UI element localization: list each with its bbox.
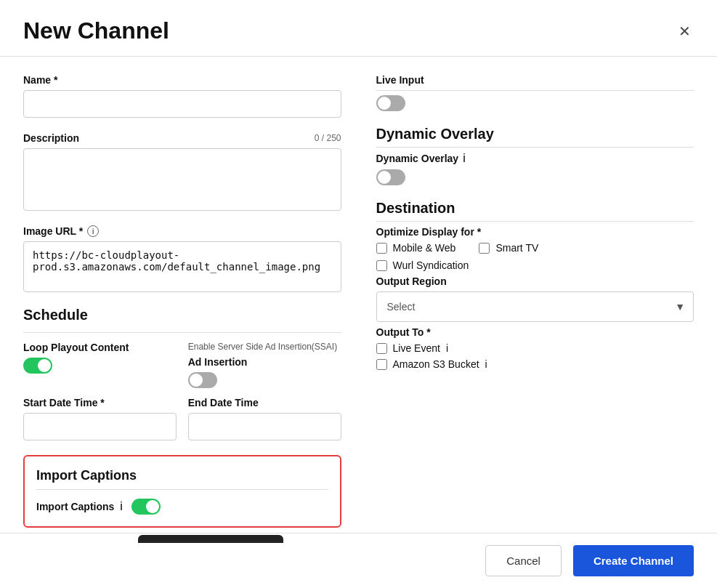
amazon-s3-info-icon[interactable]: i <box>485 358 487 370</box>
optimize-label: Optimize Display for * <box>376 226 694 238</box>
loop-playout-toggle-group: Loop Playout Content <box>23 342 177 388</box>
ad-insertion-label: Ad Insertion <box>188 356 341 368</box>
modal-header: New Channel ✕ <box>0 0 717 57</box>
image-url-info-icon[interactable]: i <box>87 225 99 237</box>
date-row: Start Date Time * End Date Time <box>23 397 341 440</box>
live-event-checkbox[interactable] <box>376 343 387 354</box>
char-count: 0 / 250 <box>315 133 341 143</box>
description-input[interactable] <box>23 148 341 211</box>
image-url-field-group: Image URL * i https://bc-cloudplayout-pr… <box>23 225 341 292</box>
name-label: Name * <box>23 74 341 86</box>
image-url-label: Image URL * i <box>23 225 341 237</box>
destination-title: Destination <box>376 200 694 217</box>
dynamic-overlay-info-icon[interactable]: i <box>463 152 466 165</box>
output-to-label: Output To * <box>376 326 694 338</box>
modal: New Channel ✕ Name * Description 0 / 250 <box>0 0 717 588</box>
mobile-web-checkbox-row[interactable]: Mobile & Web <box>376 242 456 254</box>
import-captions-label: Import Captions <box>36 501 114 512</box>
modal-footer: Cancel Create Channel <box>0 533 717 588</box>
schedule-title: Schedule <box>23 307 341 323</box>
import-captions-title: Import Captions <box>36 468 328 483</box>
schedule-divider <box>23 332 341 333</box>
start-date-label: Start Date Time * <box>23 397 177 408</box>
smart-tv-checkbox[interactable] <box>479 243 490 254</box>
wurl-checkbox[interactable] <box>376 260 387 271</box>
amazon-s3-checkbox-row[interactable]: Amazon S3 Bucket i <box>376 358 694 370</box>
dynamic-overlay-label: Dynamic Overlay <box>376 153 459 164</box>
description-label: Description <box>23 132 79 144</box>
loop-playout-toggle[interactable] <box>23 358 52 374</box>
output-to-group: Output To * Live Event i Amazon S3 Bucke… <box>376 326 694 370</box>
mobile-web-checkbox[interactable] <box>376 243 387 254</box>
schedule-section: Schedule Loop Playout Content <box>23 307 341 440</box>
create-channel-button[interactable]: Create Channel <box>573 545 694 576</box>
destination-divider <box>376 221 694 222</box>
dynamic-overlay-divider <box>376 147 694 148</box>
smart-tv-label: Smart TV <box>495 242 538 254</box>
import-captions-box: Import Captions Import Captions i Enable… <box>23 455 341 528</box>
amazon-s3-label: Amazon S3 Bucket <box>393 358 479 370</box>
smart-tv-checkbox-row[interactable]: Smart TV <box>479 242 538 254</box>
image-url-input[interactable]: https://bc-cloudplayout-prod.s3.amazonaw… <box>23 241 341 292</box>
live-input-toggle[interactable] <box>376 95 405 111</box>
end-date-input[interactable] <box>188 413 341 440</box>
import-captions-tooltip: Enable this to import closed captions fr… <box>138 535 283 543</box>
name-input[interactable] <box>23 90 341 118</box>
mobile-web-label: Mobile & Web <box>393 242 456 254</box>
modal-overlay: New Channel ✕ Name * Description 0 / 250 <box>0 0 717 588</box>
optimize-display-group: Optimize Display for * Mobile & Web Smar… <box>376 226 694 271</box>
close-button[interactable]: ✕ <box>676 20 694 43</box>
live-event-info-icon[interactable]: i <box>446 342 448 354</box>
dynamic-overlay-toggle[interactable] <box>376 169 405 185</box>
end-date-label: End Date Time <box>188 397 341 408</box>
dynamic-overlay-title: Dynamic Overlay <box>376 126 694 142</box>
ad-insertion-toggle[interactable] <box>188 372 217 388</box>
page-title: New Channel <box>23 17 169 44</box>
live-input-label: Live Input <box>376 74 694 86</box>
name-field-group: Name * <box>23 74 341 118</box>
start-date-group: Start Date Time * <box>23 397 177 440</box>
import-captions-toggle[interactable] <box>131 499 161 515</box>
live-input-section: Live Input <box>376 74 694 111</box>
schedule-toggles-row: Loop Playout Content Enable Server Side … <box>23 342 341 388</box>
live-input-divider <box>376 90 694 91</box>
wurl-label: Wurl Syndication <box>393 259 469 271</box>
output-region-select[interactable]: Select <box>376 291 694 322</box>
wurl-checkbox-row[interactable]: Wurl Syndication <box>376 259 694 271</box>
live-event-label: Live Event <box>393 342 440 354</box>
description-field-group: Description 0 / 250 <box>23 132 341 211</box>
amazon-s3-checkbox[interactable] <box>376 359 387 370</box>
ad-insertion-toggle-group: Enable Server Side Ad Insertion(SSAI) Ad… <box>188 342 341 388</box>
import-captions-row: Import Captions i Enable this to import … <box>36 499 328 515</box>
import-captions-divider <box>36 489 328 490</box>
cancel-button[interactable]: Cancel <box>485 545 562 576</box>
output-region-group: Output Region Select ▼ <box>376 275 694 322</box>
import-captions-info-icon[interactable]: i <box>120 500 123 513</box>
live-event-checkbox-row[interactable]: Live Event i <box>376 342 694 354</box>
right-column: Live Input Dynamic Overlay Dynamic Overl… <box>376 74 694 525</box>
dynamic-overlay-section: Dynamic Overlay Dynamic Overlay i <box>376 126 694 185</box>
output-region-label: Output Region <box>376 275 694 287</box>
modal-body: Name * Description 0 / 250 Image URL * i <box>0 57 717 543</box>
end-date-group: End Date Time <box>188 397 341 440</box>
left-column: Name * Description 0 / 250 Image URL * i <box>23 74 341 525</box>
destination-section: Destination Optimize Display for * Mobil… <box>376 200 694 370</box>
loop-playout-label: Loop Playout Content <box>23 342 177 353</box>
ssai-label: Enable Server Side Ad Insertion(SSAI) <box>188 342 341 352</box>
start-date-input[interactable] <box>23 413 177 440</box>
